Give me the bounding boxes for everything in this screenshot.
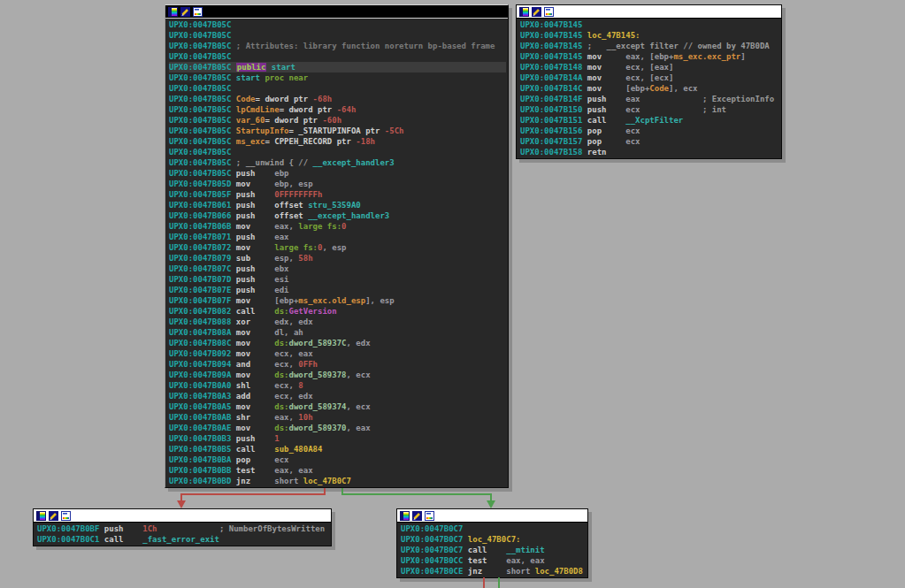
asm-token: ecx [625, 105, 640, 114]
asm-token: ], esp [365, 296, 395, 305]
graph-node-start[interactable]: UPX0:0047B05CUPX0:0047B05CUPX0:0047B05C … [165, 4, 509, 488]
graph-canvas[interactable]: UPX0:0047B05CUPX0:0047B05CUPX0:0047B05C … [0, 0, 905, 588]
asm-line[interactable]: UPX0:0047B0C7 call __mtinit [401, 545, 586, 555]
asm-line[interactable]: UPX0:0047B072 mov large fs:0, esp [169, 242, 506, 253]
node-titlebar[interactable] [34, 509, 331, 523]
graph-node-mtinit[interactable]: UPX0:0047B0C7UPX0:0047B0C7 loc_47B0C7:UP… [396, 508, 588, 578]
graph-node-fast-error-exit[interactable]: UPX0:0047B0BF push 1Ch ; NumberOfBytesWr… [33, 508, 332, 546]
asm-token: ebx [274, 264, 288, 273]
palette-icon[interactable] [400, 511, 410, 521]
asm-token: pop [587, 137, 625, 146]
asm-line[interactable]: UPX0:0047B0CE jnz short loc_47B0D8 [401, 566, 586, 577]
node-titlebar[interactable] [397, 509, 587, 523]
asm-line[interactable]: UPX0:0047B0AE mov ds:dword_589370, eax [169, 423, 506, 433]
asm-line[interactable]: UPX0:0047B05C push ebp [169, 168, 506, 179]
asm-token: mov [236, 243, 274, 252]
asm-token: UPX0:0047B0B5 [169, 445, 236, 454]
asm-token: pop [236, 455, 274, 464]
asm-line[interactable]: UPX0:0047B0C1 call _fast_error_exit [37, 534, 329, 545]
asm-line[interactable]: UPX0:0047B061 push offset stru_5359A0 [169, 200, 506, 210]
asm-line[interactable]: UPX0:0047B0B3 push 1 [169, 433, 506, 444]
asm-token: ecx [274, 455, 288, 464]
asm-line[interactable]: UPX0:0047B145 loc_47B145: [520, 30, 779, 41]
asm-line[interactable]: UPX0:0047B0A3 add ecx, edx [169, 391, 506, 401]
palette-icon[interactable] [36, 511, 46, 521]
asm-token: ms_exc.exc_ptr [673, 52, 740, 61]
asm-line[interactable]: UPX0:0047B151 call __XcptFilter [520, 115, 779, 126]
asm-line[interactable]: UPX0:0047B05F push 0FFFFFFFFh [169, 189, 506, 200]
asm-line[interactable]: UPX0:0047B079 sub esp, 58h [169, 253, 506, 263]
asm-line[interactable]: UPX0:0047B0BB test eax, eax [169, 465, 506, 476]
asm-line[interactable]: UPX0:0047B0B5 call sub_480A84 [169, 444, 506, 454]
asm-line[interactable]: UPX0:0047B14C mov [ebp+Code], ecx [520, 83, 779, 94]
graph-node-except-filter[interactable]: UPX0:0047B145UPX0:0047B145 loc_47B145:UP… [516, 4, 782, 159]
palette-icon[interactable] [168, 7, 178, 17]
edit-icon[interactable] [532, 7, 541, 17]
asm-line[interactable]: UPX0:0047B088 xor edx, edx [169, 317, 506, 327]
asm-line[interactable]: UPX0:0047B0C7 [401, 523, 586, 534]
asm-line[interactable]: UPX0:0047B0A5 mov ds:dword_589374, ecx [169, 401, 506, 412]
asm-line[interactable]: UPX0:0047B06B mov eax, large fs:0 [169, 221, 506, 232]
node-titlebar[interactable] [517, 5, 781, 19]
edit-icon[interactable] [180, 7, 190, 17]
edit-icon[interactable] [412, 511, 422, 521]
asm-line[interactable]: UPX0:0047B05C ; Attributes: library func… [169, 41, 506, 51]
asm-line[interactable]: UPX0:0047B0CC test eax, eax [401, 555, 586, 566]
asm-line[interactable]: UPX0:0047B082 call ds:GetVersion [169, 306, 506, 317]
asm-line[interactable]: UPX0:0047B08A mov dl, ah [169, 327, 506, 338]
asm-line[interactable]: UPX0:0047B066 push offset __except_handl… [169, 210, 506, 221]
asm-line[interactable]: UPX0:0047B05C [169, 83, 506, 94]
asm-line[interactable]: UPX0:0047B156 pop ecx [520, 126, 779, 136]
asm-line[interactable]: UPX0:0047B07C push ebx [169, 263, 506, 274]
asm-token: ds: [274, 370, 288, 379]
asm-line[interactable]: UPX0:0047B05C start proc near [169, 73, 506, 83]
appearance-icon[interactable] [61, 511, 71, 521]
asm-line[interactable]: UPX0:0047B05C [169, 51, 506, 62]
asm-line[interactable]: UPX0:0047B14F push eax ; ExceptionInfo [520, 94, 779, 104]
asm-line[interactable]: UPX0:0047B150 push ecx ; int [520, 104, 779, 115]
asm-line[interactable]: UPX0:0047B05C [169, 30, 506, 41]
asm-line[interactable]: UPX0:0047B145 ; __except filter // owned… [520, 41, 779, 51]
asm-line[interactable]: UPX0:0047B05C public start [169, 62, 506, 73]
asm-line[interactable]: UPX0:0047B0A0 shl ecx, 8 [169, 380, 506, 391]
asm-line[interactable]: UPX0:0047B145 mov eax, [ebp+ms_exc.exc_p… [520, 51, 779, 62]
asm-token: UPX0:0047B05C [169, 158, 236, 167]
asm-line[interactable]: UPX0:0047B05C Code= dword ptr -68h [169, 94, 506, 104]
asm-line[interactable]: UPX0:0047B05C StartupInfo= _STARTUPINFOA… [169, 126, 506, 136]
asm-line[interactable]: UPX0:0047B157 pop ecx [520, 136, 779, 147]
appearance-icon[interactable] [193, 7, 203, 17]
asm-line[interactable]: UPX0:0047B05C [169, 147, 506, 157]
asm-line[interactable]: UPX0:0047B158 retn [520, 147, 779, 157]
palette-icon[interactable] [519, 7, 529, 17]
asm-token: = CPPEH_RECORD ptr [265, 137, 356, 146]
appearance-icon[interactable] [544, 7, 554, 17]
asm-line[interactable]: UPX0:0047B145 [520, 19, 779, 30]
asm-line[interactable]: UPX0:0047B0BF push 1Ch ; NumberOfBytesWr… [37, 523, 329, 534]
asm-line[interactable]: UPX0:0047B07D push esi [169, 274, 506, 285]
asm-line[interactable]: UPX0:0047B0BA pop ecx [169, 454, 506, 465]
asm-token: mov [587, 84, 625, 93]
asm-line[interactable]: UPX0:0047B0BD jnz short loc_47B0C7 [169, 476, 506, 486]
asm-line[interactable]: UPX0:0047B14A mov ecx, [ecx] [520, 73, 779, 83]
asm-line[interactable]: UPX0:0047B094 and ecx, 0FFh [169, 359, 506, 370]
asm-line[interactable]: UPX0:0047B071 push eax [169, 232, 506, 242]
asm-line[interactable]: UPX0:0047B05C ; __unwind { // __except_h… [169, 157, 506, 168]
asm-token: shl [236, 381, 274, 390]
asm-line[interactable]: UPX0:0047B0AB shr eax, 10h [169, 412, 506, 423]
asm-token: dword_589374 [288, 402, 346, 411]
asm-line[interactable]: UPX0:0047B05C var_60= dword ptr -60h [169, 115, 506, 126]
edit-icon[interactable] [49, 511, 58, 521]
asm-line[interactable]: UPX0:0047B07F mov [ebp+ms_exc.old_esp], … [169, 295, 506, 306]
asm-line[interactable]: UPX0:0047B08C mov ds:dword_58937C, edx [169, 338, 506, 348]
asm-line[interactable]: UPX0:0047B0C7 loc_47B0C7: [401, 534, 586, 545]
asm-line[interactable]: UPX0:0047B05C lpCmdLine= dword ptr -64h [169, 104, 506, 115]
asm-line[interactable]: UPX0:0047B05C ms_exc= CPPEH_RECORD ptr -… [169, 136, 506, 147]
appearance-icon[interactable] [425, 511, 434, 521]
asm-line[interactable]: UPX0:0047B05C [169, 19, 506, 30]
asm-line[interactable]: UPX0:0047B148 mov ecx, [eax] [520, 62, 779, 73]
asm-line[interactable]: UPX0:0047B07E push edi [169, 285, 506, 295]
asm-line[interactable]: UPX0:0047B09A mov ds:dword_589378, ecx [169, 370, 506, 380]
node-titlebar[interactable] [165, 5, 508, 19]
asm-line[interactable]: UPX0:0047B05D mov ebp, esp [169, 179, 506, 189]
asm-line[interactable]: UPX0:0047B092 mov ecx, eax [169, 348, 506, 359]
